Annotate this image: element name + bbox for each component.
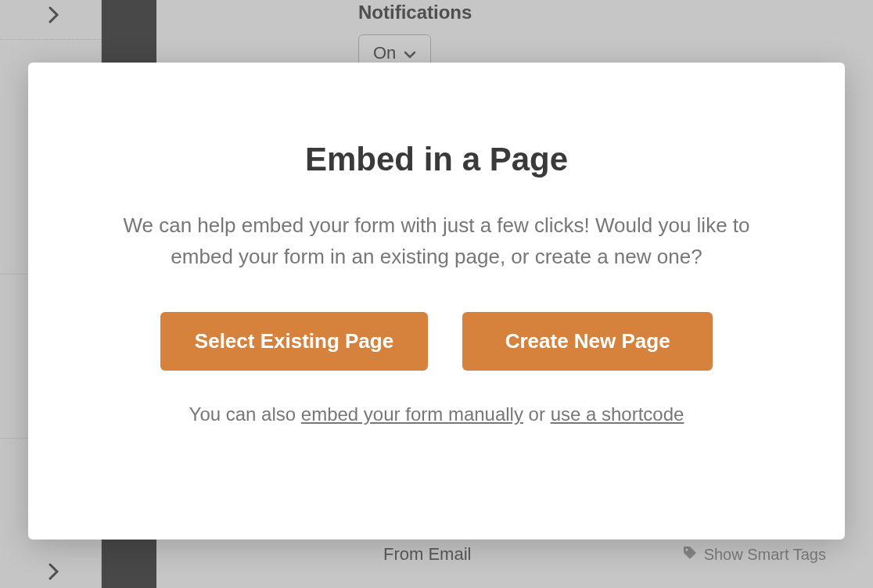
modal-description: We can help embed your form with just a … <box>116 210 757 273</box>
modal-buttons: Select Existing Page Create New Page <box>160 312 713 371</box>
footer-prefix: You can also <box>189 403 301 425</box>
embed-manually-link[interactable]: embed your form manually <box>301 403 523 425</box>
embed-modal: Embed in a Page We can help embed your f… <box>28 63 845 540</box>
create-new-page-button[interactable]: Create New Page <box>462 312 713 371</box>
footer-middle: or <box>523 403 551 425</box>
select-existing-page-button[interactable]: Select Existing Page <box>160 312 428 371</box>
modal-footer: You can also embed your form manually or… <box>189 403 684 425</box>
use-shortcode-link[interactable]: use a shortcode <box>551 403 684 425</box>
modal-title: Embed in a Page <box>305 141 568 178</box>
